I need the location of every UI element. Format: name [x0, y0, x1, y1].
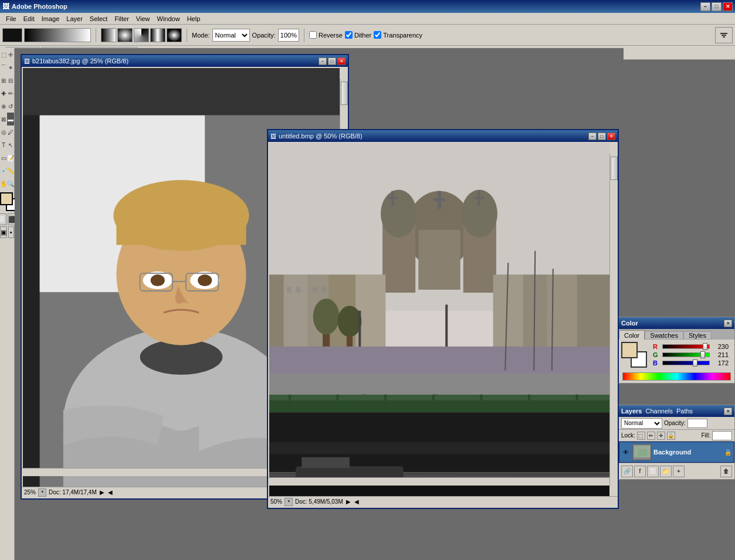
opacity-input[interactable]: 100% [278, 29, 299, 42]
r-slider-thumb[interactable] [703, 343, 707, 350]
lock-pixels-icon[interactable]: ✏ [647, 432, 655, 440]
tool-type[interactable]: T [0, 138, 7, 151]
window1-close[interactable]: ✕ [337, 57, 346, 65]
menu-filter[interactable]: Filter [111, 14, 132, 23]
tab-swatches[interactable]: Swatches [645, 331, 683, 340]
window1-minimize[interactable]: − [319, 57, 327, 65]
menu-image[interactable]: Image [38, 14, 63, 23]
screen-mode-standard[interactable]: ▣ [0, 226, 7, 238]
tab-styles[interactable]: Styles [683, 331, 712, 340]
gradient-angle[interactable] [134, 28, 149, 42]
window2-scrollbar-v[interactable] [609, 154, 618, 486]
mode-select[interactable]: Normal Dissolve Multiply [212, 29, 250, 42]
layers-panel-close[interactable]: ✕ [724, 408, 732, 415]
layer-new-button[interactable]: + [673, 466, 685, 477]
menu-window[interactable]: Window [154, 14, 184, 23]
tool-history-brush[interactable]: ↺ [7, 100, 14, 113]
tool-move[interactable]: ✛ [7, 48, 14, 61]
window2-nav-left[interactable]: ◀ [354, 499, 360, 505]
maximize-button[interactable]: □ [712, 2, 722, 11]
g-slider-thumb[interactable] [700, 351, 705, 358]
tool-crop[interactable]: ⊞ [0, 74, 7, 87]
tool-rectangular-marquee[interactable]: ⬚ [0, 48, 7, 61]
gradient-radial[interactable] [117, 28, 133, 42]
close-button[interactable]: ✕ [723, 2, 733, 11]
tool-eyedropper[interactable]: 💉 [0, 164, 7, 177]
layers-mode-select[interactable]: Normal [621, 418, 662, 429]
tool-brush[interactable]: ✏ [7, 87, 14, 100]
dither-checkbox[interactable] [345, 31, 353, 39]
tool-slice[interactable]: ⊟ [7, 74, 14, 87]
b-slider-track[interactable] [662, 361, 710, 365]
tool-magic-wand[interactable]: ✴ [7, 61, 14, 74]
gradient-diamond[interactable] [167, 28, 182, 42]
gradient-tool-section [2, 28, 91, 42]
window1-arrow[interactable]: ▶ [99, 490, 105, 495]
screen-mode-full[interactable]: ▪ [8, 226, 14, 238]
window1-title: b21tabus382.jpg @ 25% (RGB/8) [32, 57, 128, 65]
opacity-input[interactable]: 100% [687, 419, 707, 428]
reverse-checkbox[interactable] [309, 31, 317, 39]
tool-dodge[interactable]: ◎ [0, 125, 7, 138]
reverse-label[interactable]: Reverse [319, 32, 343, 39]
transparency-label[interactable]: Transparency [383, 32, 422, 39]
menu-view[interactable]: View [133, 14, 154, 23]
gradient-bar[interactable] [24, 28, 91, 42]
layer-set-button[interactable]: 📁 [660, 466, 672, 477]
color-fg-large[interactable] [621, 342, 638, 358]
menu-file[interactable]: File [2, 14, 20, 23]
layer-link-button[interactable]: 🔗 [621, 466, 633, 477]
color-panel-close[interactable]: ✕ [724, 320, 732, 327]
options-button[interactable] [715, 27, 733, 43]
tool-pen[interactable]: 🖊 [7, 125, 14, 138]
window1-maximize[interactable]: □ [328, 57, 336, 65]
tool-heal[interactable]: ✚ [0, 87, 7, 100]
menu-select[interactable]: Select [86, 14, 111, 23]
menu-edit[interactable]: Edit [20, 14, 38, 23]
tool-lasso[interactable]: ⌒ [0, 61, 7, 74]
fill-input[interactable]: 100% [712, 431, 732, 440]
tool-shape[interactable]: ▭ [0, 151, 7, 164]
window2-close[interactable]: ✕ [607, 133, 615, 140]
layer-delete-button[interactable]: 🗑 [720, 466, 732, 477]
color-spectrum[interactable] [622, 372, 731, 381]
tab-color[interactable]: Color [619, 330, 645, 340]
transparency-checkbox[interactable] [374, 31, 381, 39]
layer-fx-button[interactable]: f [634, 466, 646, 477]
gradient-preview[interactable] [2, 28, 22, 42]
tool-notes[interactable]: 📝 [7, 151, 14, 164]
g-slider-track[interactable] [662, 352, 710, 357]
quick-mask-off[interactable]: ⬜ [0, 213, 6, 225]
window2-status-icon[interactable]: ⚬ [284, 498, 293, 506]
tool-gradient[interactable]: ▬ [7, 113, 14, 125]
r-slider-track[interactable] [662, 344, 710, 349]
lock-all-icon[interactable]: 🔒 [667, 432, 675, 440]
window2-maximize[interactable]: □ [598, 133, 606, 140]
menu-layer[interactable]: Layer [63, 14, 86, 23]
lock-position-icon[interactable]: ✛ [657, 432, 665, 440]
tool-path-select[interactable]: ↖ [7, 138, 14, 151]
gradient-reflected[interactable] [150, 28, 165, 42]
window2-arrow[interactable]: ▶ [346, 499, 351, 505]
menu-help[interactable]: Help [184, 14, 204, 23]
layer-row-background[interactable]: 👁 Background 🔒 [619, 442, 734, 463]
b-slider-thumb[interactable] [693, 359, 697, 366]
tool-hand[interactable]: ✋ [0, 177, 7, 190]
layer-mask-button[interactable]: ⬜ [647, 466, 659, 477]
gradient-linear[interactable] [101, 28, 116, 42]
tool-zoom[interactable]: 🔍 [7, 177, 14, 190]
dither-label[interactable]: Dither [354, 32, 371, 39]
window2-minimize[interactable]: − [588, 133, 597, 140]
tool-clone[interactable]: ⊕ [0, 100, 7, 113]
tool-measure[interactable]: 📏 [7, 164, 14, 177]
layer-visibility-eye[interactable]: 👁 [622, 448, 630, 456]
minimize-button[interactable]: − [700, 2, 710, 11]
tool-eraser[interactable]: ⊠ [0, 113, 7, 125]
window2-scrollbar-h[interactable] [268, 477, 609, 486]
window1-status-icon[interactable]: ⚬ [38, 488, 46, 497]
window2-vscroll-thumb[interactable] [611, 157, 618, 180]
lock-transparent-icon[interactable]: ⬚ [637, 432, 645, 440]
color-foreground-swatch[interactable] [0, 192, 13, 205]
window1-nav-left[interactable]: ◀ [107, 490, 113, 495]
window1-vscroll-thumb[interactable] [341, 82, 348, 105]
